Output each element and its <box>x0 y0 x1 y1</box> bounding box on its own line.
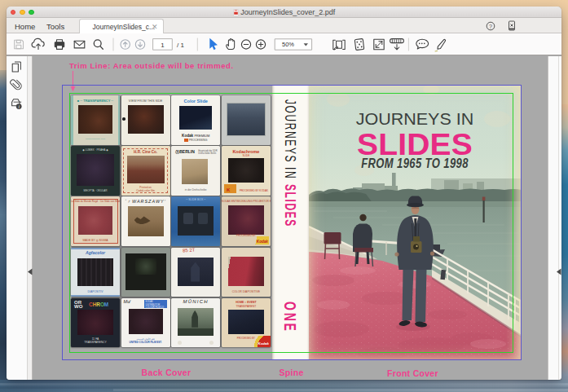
svg-text:/ 1: / 1 <box>177 42 184 49</box>
svg-text:?: ? <box>489 23 492 29</box>
svg-text:1: 1 <box>161 42 165 49</box>
svg-text:50%: 50% <box>282 41 294 48</box>
